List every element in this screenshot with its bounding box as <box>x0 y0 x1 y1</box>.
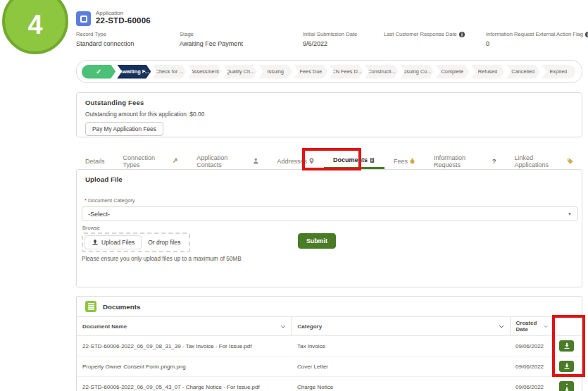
sort-chevron-icon <box>499 325 504 328</box>
path-stage-refused[interactable]: Refused <box>470 65 504 79</box>
upload-file-title: Upload File <box>82 175 577 183</box>
record-tabs: Details Connection Types Application Con… <box>76 153 582 169</box>
path-stage-icn-fees[interactable]: ICN Fees D... <box>330 65 363 79</box>
download-button-partial[interactable] <box>559 385 574 391</box>
chevron-down-icon: ▼ <box>568 212 572 216</box>
question-mark-icon: ? <box>492 158 496 165</box>
upload-icon <box>92 239 99 246</box>
document-icon <box>369 157 375 163</box>
download-icon <box>563 387 570 391</box>
field-label: Last Customer Response Date <box>384 31 457 37</box>
upload-file-card: Upload File *Document Category -Select- … <box>76 169 582 287</box>
tab-documents[interactable]: Documents <box>324 153 384 169</box>
record-title: 22-STD-60006 <box>96 16 151 25</box>
wrench-icon <box>173 158 179 164</box>
documents-card: Documents Document Name Category Created… <box>76 296 582 391</box>
table-row: Property Owner Consent Form.pngm.png Cov… <box>77 356 583 377</box>
sort-chevron-icon <box>544 325 548 328</box>
document-category-select[interactable]: -Select- ▼ <box>82 206 578 221</box>
column-header-created-date[interactable]: Created Date <box>510 317 553 336</box>
entity-label: Application <box>96 10 123 16</box>
field-record-type: Record Type Standard connection <box>76 31 135 47</box>
path-stage-cancelled[interactable]: Cancelled <box>506 65 540 79</box>
table-row: 22-STD-60006-2022_06_09_05_43_07 - Charg… <box>77 377 583 391</box>
outstanding-fees-card: Outstanding Fees Outstanding amount for … <box>76 92 582 137</box>
tab-information-requests[interactable]: Information Requests ? <box>425 153 505 169</box>
path-stage-issuing[interactable]: Issuing <box>258 65 292 79</box>
document-category-label: *Document Category <box>82 197 577 204</box>
field-information-request-flag: Information Request External Action Flag… <box>486 31 588 47</box>
field-value: 9/6/2022 <box>303 40 357 47</box>
outstanding-amount-text: Outstanding amount for this application … <box>85 111 573 118</box>
field-value: 0 <box>486 40 588 47</box>
application-record-icon <box>76 11 91 26</box>
step-number-badge: 4 <box>2 0 68 54</box>
download-icon <box>563 342 570 349</box>
step-number: 4 <box>27 3 42 40</box>
documents-list-icon <box>85 301 96 312</box>
tag-icon <box>567 158 573 164</box>
sort-chevron-icon <box>280 325 286 328</box>
path-stage-assessment[interactable]: Assessment <box>188 65 222 79</box>
field-label: Information Request External Action Flag <box>486 31 583 37</box>
document-name-cell: Property Owner Consent Form.pngm.png <box>77 356 292 377</box>
outstanding-fees-title: Outstanding Fees <box>85 99 573 106</box>
tab-connection-types[interactable]: Connection Types <box>114 153 188 169</box>
column-header-actions <box>553 317 583 336</box>
category-cell: Charge Notice <box>292 377 510 391</box>
tab-details[interactable]: Details <box>76 153 114 169</box>
tab-addresses[interactable]: Addresses <box>268 153 325 169</box>
download-button[interactable] <box>559 361 574 372</box>
field-value: Standard connection <box>76 40 135 47</box>
table-row: 22-STD-60006-2022_06_09_08_31_39 - Tax I… <box>77 336 583 356</box>
field-value: Awaiting Fee Payment <box>180 40 243 47</box>
column-header-document-name[interactable]: Document Name <box>77 317 292 336</box>
document-name-cell: 22-STD-60006-2022_06_09_05_43_07 - Charg… <box>77 377 292 391</box>
path-stage-awaiting-fee[interactable]: Awaiting F... <box>117 65 151 79</box>
download-button[interactable] <box>559 340 574 352</box>
field-label: Initial Submission Date <box>303 31 357 37</box>
money-bag-icon <box>409 158 415 164</box>
drop-files-text: Or drop files <box>142 239 187 246</box>
path-stage-complete-final[interactable]: Complete <box>435 65 469 79</box>
info-icon[interactable] <box>459 32 465 37</box>
selected-option: -Select- <box>88 211 110 218</box>
stage-path: ✓ Awaiting F... Check for ... Assessment… <box>76 60 582 83</box>
field-label: Stage <box>180 31 243 37</box>
category-cell: Cover Letter <box>292 356 510 377</box>
path-stage-quality-check[interactable]: Quality Ch... <box>223 65 257 79</box>
category-cell: Tax Invoice <box>292 336 510 356</box>
field-initial-submission-date: Initial Submission Date 9/6/2022 <box>303 31 357 47</box>
browse-label: Browse <box>82 225 577 231</box>
column-header-category[interactable]: Category <box>292 317 510 336</box>
pay-application-fees-button[interactable]: Pay My Application Fees <box>85 122 163 136</box>
required-asterisk: * <box>85 197 87 204</box>
path-stage-expired[interactable]: Expired <box>542 65 575 79</box>
tab-linked-applications[interactable]: Linked Applications <box>505 153 582 169</box>
download-icon <box>563 363 570 370</box>
path-stage-construction[interactable]: Constructi... <box>365 65 399 79</box>
tab-fees[interactable]: Fees <box>384 153 425 169</box>
path-stage-check-for[interactable]: Check for ... <box>152 65 186 79</box>
path-stage-issuing-co[interactable]: Issuing Co... <box>400 65 434 79</box>
location-pin-icon <box>308 158 315 164</box>
person-icon <box>253 158 259 164</box>
path-stage-fees-due[interactable]: Fees Due <box>294 65 327 79</box>
created-date-cell: 09/06/2022 <box>510 336 553 356</box>
submit-button[interactable]: Submit <box>298 233 336 249</box>
file-dropzone[interactable]: Upload Files Or drop files <box>82 232 190 252</box>
upload-files-button[interactable]: Upload Files <box>85 235 142 249</box>
tab-application-contacts[interactable]: Application Contacts <box>187 153 268 169</box>
document-name-cell: 22-STD-60006-2022_06_09_08_31_39 - Tax I… <box>77 336 292 356</box>
field-last-customer-response-date: Last Customer Response Date <box>384 31 465 40</box>
documents-table: Document Name Category Created Date 22-S… <box>77 316 583 391</box>
documents-title: Documents <box>103 303 140 311</box>
created-date-cell: 09/06/2022 <box>510 377 553 391</box>
page: { "badge": { "number": "4" }, "icons": {… <box>0 0 588 391</box>
field-label: Record Type <box>76 31 135 37</box>
upload-size-note: Please ensure you only upload files up t… <box>82 256 577 262</box>
field-stage: Stage Awaiting Fee Payment <box>180 31 243 47</box>
created-date-cell: 09/06/2022 <box>510 356 553 377</box>
info-icon[interactable] <box>585 32 588 37</box>
path-stage-complete[interactable]: ✓ <box>82 65 115 79</box>
